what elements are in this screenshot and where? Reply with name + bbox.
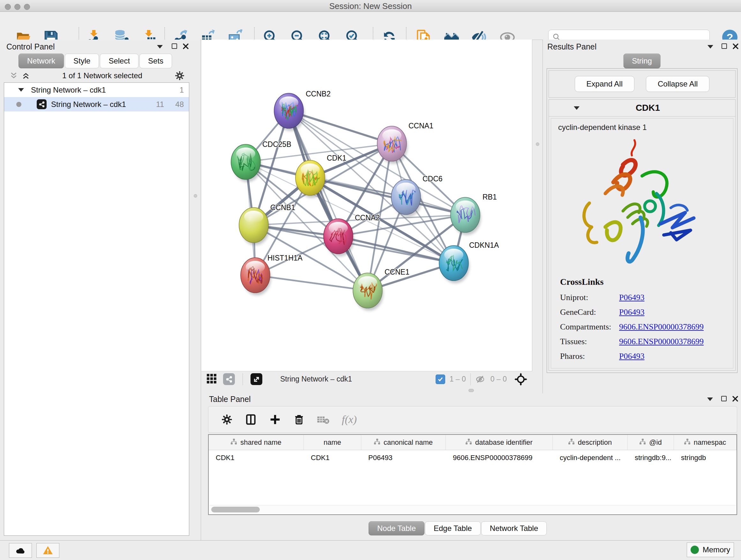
hidden-eye-icon xyxy=(475,374,486,384)
scrollbar-thumb[interactable] xyxy=(211,507,260,512)
control-panel: Control Panel NetworkStyleSelectSets 1 o… xyxy=(0,40,201,540)
node-table[interactable]: shared namenamecanonical namedatabase id… xyxy=(208,434,737,515)
node-CDK1[interactable] xyxy=(295,160,326,198)
column-header-canonical-name[interactable]: canonical name xyxy=(361,435,446,450)
network-status-dot xyxy=(16,102,21,107)
tab-select[interactable]: Select xyxy=(100,54,138,68)
edge-CCNB2-CCNE1[interactable] xyxy=(289,111,367,291)
network-label: String Network – cdk1 xyxy=(51,100,126,109)
node-label-RB1: RB1 xyxy=(482,193,497,201)
column-header-namespac[interactable]: namespac xyxy=(674,435,737,450)
expand-all-icon[interactable] xyxy=(22,71,30,80)
tab-network[interactable]: Network xyxy=(18,54,64,68)
memory-button[interactable]: Memory xyxy=(687,543,734,557)
results-panel-close-button[interactable] xyxy=(732,43,739,50)
node-CCNB1[interactable] xyxy=(239,207,269,245)
string-network-icon xyxy=(37,99,47,109)
warnings-button[interactable] xyxy=(37,543,59,558)
birdseye-grid-button[interactable] xyxy=(206,373,217,386)
gear-icon[interactable] xyxy=(175,71,185,81)
table-cell[interactable]: CDK1 xyxy=(304,450,361,465)
results-panel-float-button[interactable] xyxy=(722,44,727,49)
table-settings-gear-icon[interactable] xyxy=(221,414,232,425)
crosslink-link[interactable]: P06493 xyxy=(619,307,644,317)
crosslink-link[interactable]: 9606.ENSP00000378699 xyxy=(619,337,704,347)
table-row[interactable]: CDK1CDK1P064939606.ENSP00000378699cyclin… xyxy=(209,450,737,465)
table-cell[interactable]: 9606.ENSP00000378699 xyxy=(446,450,553,465)
table-panel-float-button[interactable] xyxy=(721,396,727,401)
network-row[interactable]: String Network – cdk1 11 48 xyxy=(4,97,189,111)
horizontal-splitter-handle[interactable] xyxy=(468,389,474,392)
tab-style[interactable]: Style xyxy=(65,54,99,68)
cloud-button[interactable] xyxy=(9,543,32,558)
expand-all-button[interactable]: Expand All xyxy=(575,76,634,92)
collapse-all-button[interactable]: Collapse All xyxy=(646,76,710,92)
node-HIST1H1A[interactable] xyxy=(241,258,271,295)
table-cell[interactable]: P06493 xyxy=(361,450,446,465)
edge-CCNA2-CDKN1A[interactable] xyxy=(338,236,454,263)
crosslink-link[interactable]: 9606.ENSP00000378699 xyxy=(619,322,704,332)
collapse-all-icon[interactable] xyxy=(10,71,18,80)
navigator-crosshair-button[interactable] xyxy=(515,373,527,386)
node-CCNA2[interactable] xyxy=(324,219,354,256)
left-splitter-handle[interactable] xyxy=(194,194,197,198)
crosslink-link[interactable]: P06493 xyxy=(619,293,644,302)
table-panel-menu-button[interactable] xyxy=(707,397,713,401)
column-header-name[interactable]: name xyxy=(304,435,361,450)
table-horizontal-scrollbar[interactable] xyxy=(209,505,736,514)
column-header-label: description xyxy=(578,438,612,447)
crosslink-row: Uniprot:P06493 xyxy=(551,290,733,305)
results-panel-menu-button[interactable] xyxy=(708,45,713,49)
add-column-icon[interactable] xyxy=(269,414,281,426)
column-header-description[interactable]: description xyxy=(553,435,628,450)
toolbar-divider xyxy=(470,373,471,385)
control-panel-menu-button[interactable] xyxy=(157,45,163,49)
control-panel-float-button[interactable] xyxy=(172,44,177,49)
node-CCNA1[interactable] xyxy=(377,126,408,164)
selected-counts: 1 – 0 xyxy=(450,375,466,383)
table-panel-close-button[interactable] xyxy=(732,395,738,402)
table-cell[interactable]: cyclin-dependent ... xyxy=(553,450,628,465)
control-panel-close-button[interactable] xyxy=(183,43,189,50)
selected-checkbox[interactable] xyxy=(435,374,445,384)
protein-header[interactable]: CDK1 xyxy=(549,100,735,117)
crosslink-row: Compartments:9606.ENSP00000378699 xyxy=(551,320,733,334)
tab-node-table[interactable]: Node Table xyxy=(368,521,424,536)
crosslink-label: Compartments: xyxy=(551,322,619,332)
crosslink-row: GeneCard:P06493 xyxy=(551,305,733,320)
crosslink-link[interactable]: P06493 xyxy=(619,352,644,361)
namespace-icon xyxy=(684,438,690,447)
table-cell[interactable]: stringdb xyxy=(674,450,737,465)
tab-network-table[interactable]: Network Table xyxy=(481,521,547,536)
show-columns-icon[interactable] xyxy=(245,414,257,426)
open-in-browser-button[interactable] xyxy=(251,373,262,385)
column-header-database-identifier[interactable]: database identifier xyxy=(446,435,553,450)
namespace-icon xyxy=(568,438,575,447)
namespace-icon xyxy=(466,438,472,447)
node-CDC25B[interactable] xyxy=(231,144,261,182)
node-CCNB2[interactable] xyxy=(274,93,305,131)
node-CDC6[interactable] xyxy=(391,179,421,217)
crosslink-label: Tissues: xyxy=(551,337,619,347)
node-RB1[interactable] xyxy=(451,197,481,235)
delete-column-trash-icon[interactable] xyxy=(293,414,305,425)
column-header-shared-name[interactable]: shared name xyxy=(209,435,304,450)
protein-expander-icon[interactable] xyxy=(574,106,580,110)
edge-HIST1H1A-CCNE1[interactable] xyxy=(255,275,367,291)
node-CDKN1A[interactable] xyxy=(439,246,469,283)
network-share-button[interactable] xyxy=(223,373,235,385)
node-CCNE1[interactable] xyxy=(353,273,383,311)
column-header--id[interactable]: @id xyxy=(628,435,674,450)
right-splitter-handle[interactable] xyxy=(536,142,539,146)
collection-expander-icon[interactable] xyxy=(18,88,24,91)
tab-sets[interactable]: Sets xyxy=(139,54,172,68)
column-header-label: shared name xyxy=(240,438,281,447)
hidden-counts: 0 – 0 xyxy=(490,375,507,383)
network-collection-row[interactable]: String Network – cdk1 1 xyxy=(4,83,189,97)
table-cell[interactable]: CDK1 xyxy=(209,450,304,465)
network-canvas[interactable]: CCNB2CCNA1CDC25BCDK1CDC6RB1CCNB1CCNA2CDK… xyxy=(201,40,532,371)
network-graph[interactable]: CCNB2CCNA1CDC25BCDK1CDC6RB1CCNB1CCNA2CDK… xyxy=(201,40,532,371)
tab-string[interactable]: String xyxy=(623,54,661,68)
table-cell[interactable]: stringdb:9... xyxy=(628,450,674,465)
tab-edge-table[interactable]: Edge Table xyxy=(425,521,481,536)
